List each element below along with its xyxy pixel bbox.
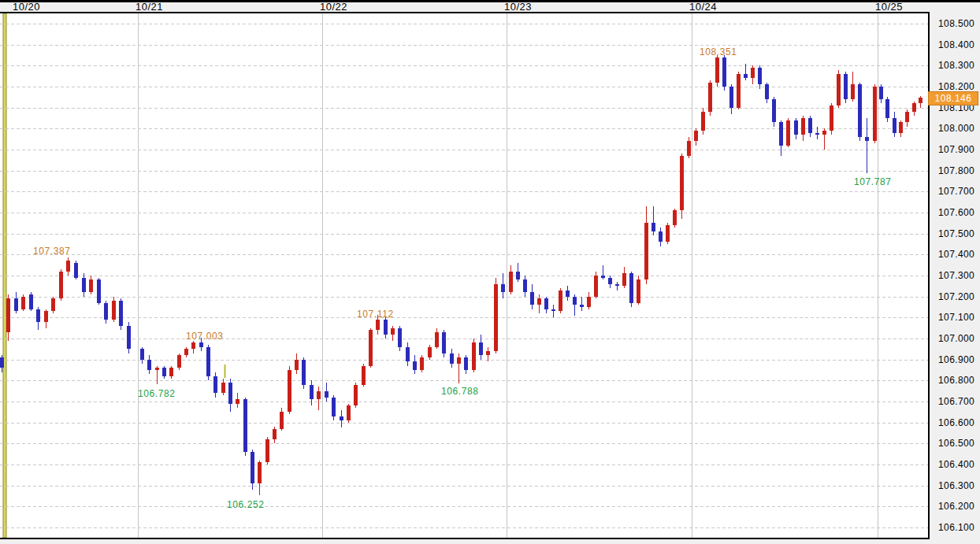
y-axis-price-label: 107.800 bbox=[938, 165, 974, 176]
chart-window: 10/2010/2110/2210/2310/2410/25 108.50010… bbox=[0, 0, 980, 544]
candle bbox=[97, 278, 101, 305]
candle bbox=[844, 72, 848, 103]
y-axis-price-label: 108.400 bbox=[938, 39, 974, 50]
y-axis-price-label: 107.600 bbox=[938, 207, 974, 218]
candle bbox=[177, 353, 181, 370]
plot-bottom-border bbox=[0, 538, 930, 539]
y-axis-price-label: 107.400 bbox=[938, 249, 974, 260]
high-price-annotation: 107.387 bbox=[33, 246, 71, 257]
high-price-annotation: 108.351 bbox=[700, 46, 737, 57]
candle bbox=[472, 339, 476, 372]
high-price-annotation: 107.112 bbox=[357, 309, 394, 320]
high-price-annotation: 107.003 bbox=[186, 331, 224, 342]
candle bbox=[673, 209, 677, 228]
candle bbox=[51, 297, 55, 313]
y-axis-price-label: 106.700 bbox=[938, 396, 974, 407]
x-axis-date-label: 10/22 bbox=[320, 1, 347, 13]
candle bbox=[243, 398, 247, 457]
candle bbox=[559, 288, 562, 313]
y-axis-price-label: 107.700 bbox=[938, 186, 974, 197]
candle bbox=[858, 83, 862, 142]
candle bbox=[420, 355, 424, 372]
low-price-annotation: 106.252 bbox=[227, 499, 265, 510]
y-axis-price-label: 107.100 bbox=[938, 312, 974, 323]
x-axis-date-label: 10/24 bbox=[689, 1, 717, 13]
x-axis: 10/2010/2110/2210/2310/2410/25 bbox=[0, 2, 980, 12]
candle bbox=[786, 118, 790, 147]
candle bbox=[288, 366, 291, 414]
candle bbox=[715, 55, 719, 87]
candle bbox=[708, 80, 712, 116]
candle bbox=[369, 328, 373, 368]
y-axis-price-label: 106.800 bbox=[938, 375, 974, 386]
y-axis-price-label: 106.200 bbox=[938, 501, 974, 512]
y-axis-price-label: 107.500 bbox=[938, 228, 974, 239]
low-price-annotation: 106.788 bbox=[441, 386, 479, 397]
y-axis-price-label: 106.100 bbox=[938, 522, 974, 533]
y-axis-price-label: 106.500 bbox=[938, 438, 974, 449]
candle bbox=[830, 103, 833, 135]
candle bbox=[362, 364, 366, 387]
candle bbox=[347, 404, 351, 423]
candle bbox=[119, 298, 123, 330]
low-price-annotation: 107.787 bbox=[854, 176, 892, 187]
x-axis-date-label: 10/25 bbox=[875, 1, 903, 13]
candle bbox=[680, 154, 684, 219]
candle bbox=[666, 223, 670, 244]
candle bbox=[772, 97, 776, 126]
plot-top-border bbox=[0, 12, 930, 13]
candle bbox=[302, 357, 306, 389]
candle bbox=[74, 261, 78, 279]
candle bbox=[206, 345, 210, 380]
candle bbox=[265, 437, 269, 464]
candle bbox=[21, 294, 25, 311]
y-axis-price-label: 106.300 bbox=[938, 480, 974, 491]
candle bbox=[428, 345, 432, 360]
candle bbox=[837, 70, 841, 108]
candlestick-chart[interactable] bbox=[0, 12, 930, 539]
y-axis-price-label: 108.300 bbox=[938, 60, 974, 71]
candle bbox=[873, 84, 877, 143]
y-axis-price-label: 107.900 bbox=[938, 144, 974, 155]
y-axis-price-label: 107.300 bbox=[938, 270, 974, 281]
candle bbox=[637, 276, 640, 305]
candle bbox=[29, 292, 33, 311]
low-price-annotation: 106.782 bbox=[138, 388, 176, 399]
y-axis-price-label: 106.900 bbox=[938, 354, 974, 365]
candle bbox=[494, 278, 498, 353]
y-axis-price-label: 108.200 bbox=[938, 81, 974, 92]
y-axis-price-label: 106.600 bbox=[938, 417, 974, 428]
candle bbox=[737, 72, 741, 109]
candle bbox=[127, 322, 131, 353]
y-axis-price-label: 107.200 bbox=[938, 291, 974, 302]
current-price-label: 108.146 bbox=[935, 93, 972, 104]
x-axis-date-label: 10/21 bbox=[135, 1, 163, 13]
x-axis-date-label: 10/20 bbox=[13, 1, 40, 13]
x-axis-date-label: 10/23 bbox=[504, 1, 532, 13]
y-axis-price-label: 108.500 bbox=[938, 18, 974, 29]
y-axis-price-label: 107.000 bbox=[938, 333, 974, 344]
y-axis-price-label: 106.400 bbox=[938, 459, 974, 470]
candle bbox=[354, 383, 358, 408]
current-price-badge: 108.146 bbox=[928, 91, 978, 105]
candle bbox=[722, 55, 726, 91]
y-axis-price-label: 108.000 bbox=[938, 123, 974, 134]
candle bbox=[59, 269, 63, 301]
candle bbox=[629, 272, 633, 307]
